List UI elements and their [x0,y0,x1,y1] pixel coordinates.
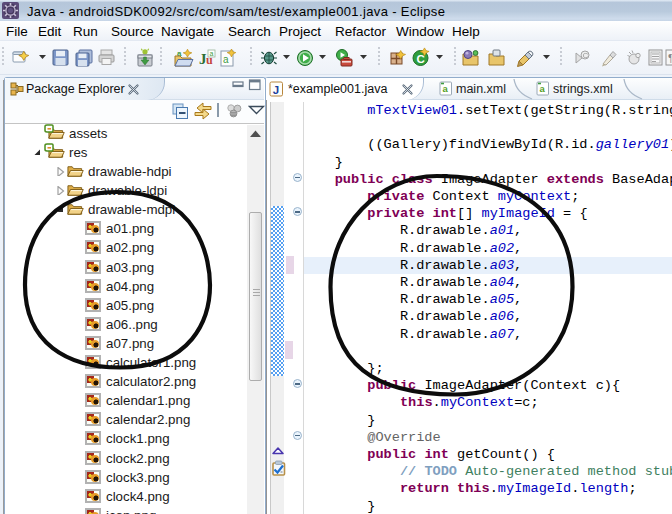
svg-text:a: a [540,83,546,94]
svg-text:a: a [210,50,214,57]
svg-text:J: J [273,84,279,96]
svg-text:¶: ¶ [668,52,672,64]
svg-text:C: C [583,51,589,60]
svg-text:a: a [223,54,229,65]
svg-text:a: a [443,83,449,94]
